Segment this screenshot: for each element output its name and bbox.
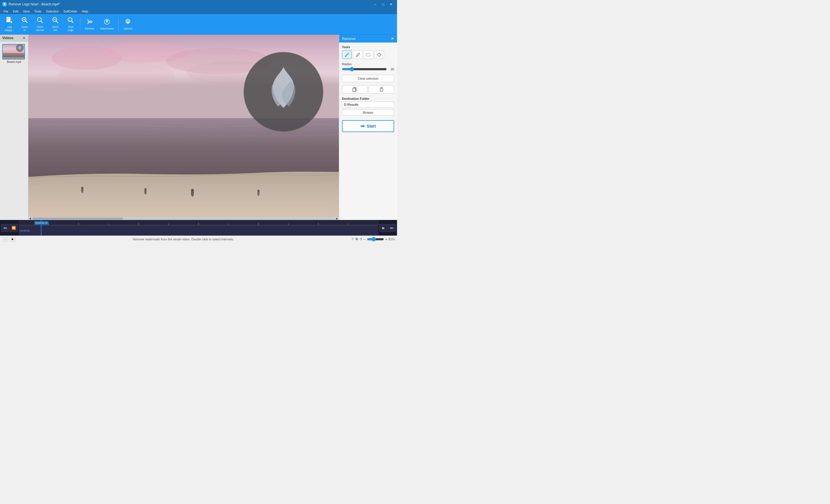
right-panel-header: Remove ✕: [339, 35, 397, 42]
start-arrow-icon: ➡: [360, 123, 365, 129]
video-viewport[interactable]: [28, 35, 339, 216]
svg-point-39: [144, 188, 147, 191]
scroll-left-arrow[interactable]: ◀: [29, 217, 31, 220]
find-logo-label: FindLogo: [68, 26, 73, 32]
menu-help[interactable]: Help: [79, 8, 91, 14]
menu-selection[interactable]: Selection: [44, 8, 61, 14]
right-panel: Remove ✕ Tools: [339, 35, 397, 220]
svg-line-13: [41, 21, 43, 23]
eraser-tool-button[interactable]: [353, 51, 362, 59]
close-button[interactable]: ✕: [387, 1, 395, 7]
copy-selection-button[interactable]: [342, 86, 368, 94]
options-icon: [125, 19, 131, 26]
add-files-button[interactable]: AddFile(s)...: [2, 16, 17, 33]
menu-file[interactable]: File: [1, 8, 11, 14]
go-to-start-button[interactable]: ⏮: [1, 224, 9, 232]
toolbar: AddFile(s)... Zoomin Zoomnormal Zoomout …: [0, 14, 397, 35]
svg-point-43: [257, 190, 259, 192]
svg-rect-2: [7, 18, 9, 19]
zoom-slider[interactable]: [367, 237, 384, 241]
tools-section: Tools: [342, 45, 394, 59]
remove-button[interactable]: Remove: [83, 16, 97, 33]
scrollbar-track[interactable]: [32, 217, 335, 220]
svg-line-15: [57, 21, 58, 23]
menu-view[interactable]: View: [21, 8, 32, 14]
add-files-icon: [6, 16, 13, 25]
find-logo-button[interactable]: L FindLogo: [64, 16, 78, 33]
menu-softorbits[interactable]: SoftOrbits: [61, 8, 79, 14]
title-bar-controls: ─ □ ✕: [372, 1, 395, 7]
destination-folder-section: Destination Folder Browse: [342, 97, 394, 116]
watermarks-button[interactable]: Watermarks: [98, 16, 116, 33]
menu-edit[interactable]: Edit: [11, 8, 21, 14]
svg-rect-3: [7, 19, 9, 20]
zoom-level: 81%: [388, 238, 395, 241]
status-btn-1[interactable]: ⬜: [2, 237, 8, 241]
step-back-button[interactable]: ⏪: [10, 224, 18, 232]
svg-point-41: [191, 189, 194, 192]
destination-folder-input[interactable]: [342, 101, 394, 108]
rect-tool-button[interactable]: [363, 51, 373, 59]
status-message: Remove watermark from the whole video. D…: [133, 238, 234, 241]
magic-wand-tool-button[interactable]: [374, 51, 384, 59]
destination-folder-label: Destination Folder: [342, 97, 394, 100]
scrollbar-thumb: [32, 217, 123, 220]
tools-label: Tools: [342, 45, 394, 49]
zoom-out-button[interactable]: Zoomout: [48, 16, 62, 33]
video-area: ◀ ▶: [28, 35, 339, 220]
svg-rect-49: [366, 53, 370, 56]
zoom-plus-icon[interactable]: +: [385, 237, 387, 241]
svg-rect-4: [7, 20, 8, 21]
options-button[interactable]: Options: [121, 16, 135, 33]
hatch-area: [327, 205, 339, 216]
timeline: ⏮ ⏪ 00:00:02 13: [0, 220, 397, 236]
play-button[interactable]: ▶: [379, 224, 387, 232]
start-button[interactable]: ➡ Start: [342, 120, 394, 132]
right-panel-close-button[interactable]: ✕: [391, 36, 394, 41]
title-bar: Remove Logo Now! - Beach.mp4* ─ □ ✕: [0, 0, 397, 8]
video-thumb-label: Beach.mp4: [2, 60, 26, 64]
zoom-normal-icon: [37, 17, 43, 25]
paste-selection-button[interactable]: [369, 86, 394, 94]
watermarks-icon: [103, 19, 110, 26]
go-to-end-button[interactable]: ⏭: [388, 224, 396, 232]
zoom-control: − + 81%: [363, 237, 395, 241]
watermarks-label: Watermarks: [100, 27, 114, 30]
timeline-track[interactable]: 00:00:02 13 00:00:00: [19, 220, 378, 236]
radius-label: Radius: [342, 62, 394, 66]
facebook-icon[interactable]: f: [361, 237, 362, 241]
minimize-button[interactable]: ─: [372, 1, 379, 7]
zoom-in-button[interactable]: Zoomin: [18, 16, 32, 33]
maximize-button[interactable]: □: [379, 1, 387, 7]
timeline-left-controls: ⏮ ⏪: [0, 224, 19, 232]
status-btn-2[interactable]: ▣: [10, 237, 15, 241]
status-bar: ⬜ ▣ Remove watermark from the whole vide…: [0, 236, 397, 242]
scroll-right-arrow[interactable]: ▶: [336, 217, 338, 220]
status-right: ? 🐦 f − + 81%: [351, 237, 395, 241]
svg-line-9: [26, 21, 28, 23]
browse-button[interactable]: Browse: [342, 109, 394, 116]
remove-label: Remove: [85, 27, 94, 30]
radius-slider[interactable]: [342, 67, 387, 71]
video-thumbnail-item[interactable]: Beach.mp4: [2, 44, 26, 64]
options-label: Options: [124, 27, 132, 30]
menu-tools[interactable]: Tools: [32, 8, 44, 14]
zoom-normal-button[interactable]: Zoomnormal: [33, 16, 47, 33]
videos-panel-close-button[interactable]: ✕: [23, 36, 26, 40]
right-panel-title: Remove: [342, 37, 356, 41]
zoom-minus-icon[interactable]: −: [363, 237, 366, 241]
status-left: ⬜ ▣: [2, 237, 15, 241]
svg-point-47: [345, 56, 346, 57]
remove-icon: [86, 19, 93, 26]
zoom-normal-label: Zoomnormal: [36, 26, 44, 32]
window-title: Remove Logo Now! - Beach.mp4*: [8, 2, 60, 6]
help-icon[interactable]: ?: [351, 238, 353, 241]
svg-rect-26: [3, 57, 25, 60]
svg-point-50: [378, 53, 381, 56]
clear-selection-button[interactable]: Clear selection: [342, 75, 394, 82]
twitter-icon[interactable]: 🐦: [355, 237, 359, 241]
svg-point-23: [127, 21, 129, 23]
videos-panel-header: Videos ✕: [0, 35, 28, 42]
main-content: Videos ✕: [0, 35, 397, 220]
brush-tool-button[interactable]: [342, 51, 352, 59]
